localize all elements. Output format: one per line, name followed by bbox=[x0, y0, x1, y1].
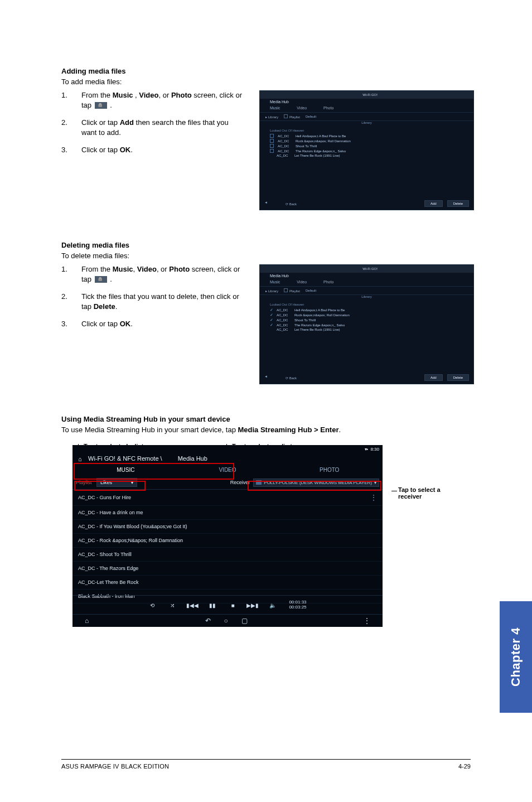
add-button[interactable]: Add bbox=[424, 200, 443, 207]
tab-video[interactable]: Video bbox=[177, 464, 279, 476]
media-hub-screenshot-delete: Wi-Fi GO! Media Hub Music Video Photo ▸ … bbox=[259, 264, 474, 384]
next-icon[interactable]: ▶▶▮ bbox=[249, 602, 257, 608]
volume-icon[interactable]: 🔈 bbox=[269, 602, 277, 608]
step-num: 3. bbox=[61, 145, 81, 155]
chapter-tab: Chapter 4 bbox=[500, 601, 532, 713]
list-icon bbox=[95, 102, 107, 109]
adding-intro: To add media files: bbox=[61, 78, 471, 86]
signal-icon: ▾▪ bbox=[365, 447, 369, 452]
shuffle-icon[interactable]: ⤮ bbox=[168, 602, 176, 608]
deleting-heading: Deleting media files bbox=[61, 241, 471, 249]
back-icon: ◄ bbox=[264, 201, 271, 206]
step-num: 1. bbox=[61, 264, 81, 284]
pause-icon[interactable]: ▮▮ bbox=[209, 602, 216, 608]
prev-icon[interactable]: ▮◀◀ bbox=[188, 602, 196, 608]
step-text: Click or tap Add then search the files t… bbox=[81, 118, 243, 137]
deleting-steps-list: 1. From the Music, Video, or Photo scree… bbox=[61, 264, 243, 329]
annotation-receiver: Tap to select a receiver bbox=[398, 486, 454, 500]
list-item[interactable]: AC_DC - Rock &apos;N&apos; Roll Damnatio… bbox=[72, 534, 383, 548]
smart-device-screenshot: ▾▪8:30 ⌂ Wi-Fi GO! & NFC Remote \ Media … bbox=[72, 445, 383, 627]
smart-device-intro: To use Media Streaming Hub in your smart… bbox=[61, 426, 471, 434]
chevron-down-icon: ▾ bbox=[131, 480, 133, 485]
media-hub-screenshot-add: Wi-Fi GO! Media Hub Music Video Photo ▸ … bbox=[259, 90, 474, 210]
list-item[interactable]: AC_DC - Have a drink on me bbox=[72, 506, 383, 520]
repeat-icon[interactable]: ⟲ bbox=[148, 602, 156, 608]
delete-button[interactable]: Delete bbox=[447, 200, 469, 207]
list-item[interactable]: AC_DC - Guns For Hire⋮ bbox=[72, 490, 383, 506]
menu-icon[interactable]: ⋮ bbox=[364, 617, 370, 625]
page-number: 4-29 bbox=[458, 763, 471, 770]
list-icon bbox=[95, 276, 107, 283]
recent-icon[interactable]: ▢ bbox=[241, 617, 248, 625]
list-item[interactable]: AC_DC-Let There Be Rock bbox=[72, 576, 383, 590]
list-item[interactable]: AC_DC - Shoot To Thrill bbox=[72, 548, 383, 562]
monitor-icon bbox=[256, 480, 262, 485]
receiver-dropdown[interactable]: POLLY-POLSKIE (DESK WINDOWS MEDIA PLAYER… bbox=[253, 479, 379, 487]
footer-product: ASUS RAMPAGE IV BLACK EDITION bbox=[61, 763, 169, 770]
step-num: 1. bbox=[61, 90, 81, 110]
time-display: 00:01:33 00:03:25 bbox=[289, 600, 306, 610]
step-text: Click or tap OK. bbox=[81, 145, 243, 155]
smart-device-heading: Using Media Streaming Hub in your smart … bbox=[61, 415, 471, 423]
list-item[interactable]: AC_DC - The Razors Edge bbox=[72, 562, 383, 576]
step-num: 3. bbox=[61, 319, 81, 329]
list-item[interactable]: AC_DC - If You Want Blood (You&apos;ve G… bbox=[72, 520, 383, 534]
wifi-icon: ⌂ bbox=[78, 456, 85, 461]
step-num: 2. bbox=[61, 118, 81, 137]
adding-heading: Adding media files bbox=[61, 67, 471, 75]
step-text: From the Music, Video, or Photo screen, … bbox=[81, 264, 243, 284]
add-button[interactable]: Add bbox=[424, 374, 443, 381]
back-icon: ◄ bbox=[264, 375, 271, 380]
chevron-down-icon: ▾ bbox=[374, 480, 376, 485]
stop-icon[interactable]: ■ bbox=[229, 602, 236, 608]
delete-button[interactable]: Delete bbox=[447, 374, 469, 381]
step-num: 2. bbox=[61, 292, 81, 311]
back-icon[interactable]: ↶ bbox=[205, 617, 211, 625]
deleting-intro: To delete media files: bbox=[61, 252, 471, 260]
tab-music[interactable]: Music bbox=[75, 464, 177, 476]
step-text: From the Music , Video, or Photo screen,… bbox=[81, 90, 243, 110]
tab-photo[interactable]: Photo bbox=[278, 464, 380, 476]
home-icon[interactable]: ⌂ bbox=[85, 617, 89, 625]
step-text: Click or tap OK. bbox=[81, 319, 243, 329]
playlist-dropdown[interactable]: Likes▾ bbox=[96, 478, 137, 487]
step-text: Tick the files that you want to delete, … bbox=[81, 292, 243, 311]
home-nav-icon[interactable]: ○ bbox=[224, 617, 228, 625]
menu-icon[interactable]: ⋮ bbox=[370, 494, 377, 501]
adding-steps-list: 1. From the Music , Video, or Photo scre… bbox=[61, 90, 243, 155]
